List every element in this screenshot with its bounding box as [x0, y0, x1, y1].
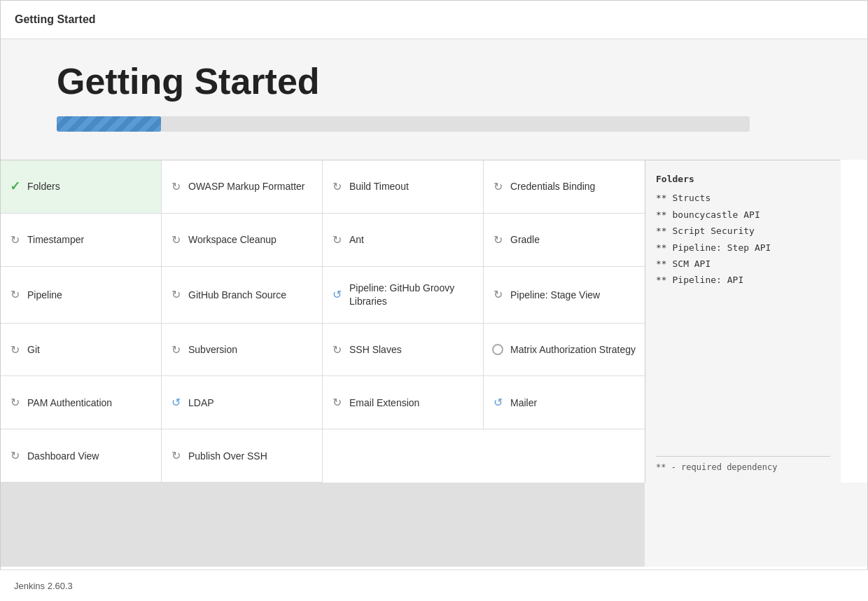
plugin-cell[interactable]: ↻SSH Slaves — [323, 324, 484, 377]
below-info-panel — [645, 483, 867, 567]
plugin-cell[interactable]: ↻Pipeline — [1, 267, 162, 324]
plugin-cell[interactable]: ↻Timestamper — [1, 214, 162, 267]
plugin-name: PAM Authentication — [27, 396, 112, 409]
plugin-cell[interactable]: ↺LDAP — [162, 376, 323, 429]
plugin-cell[interactable]: ↻GitHub Branch Source — [162, 267, 323, 324]
plugin-cell[interactable]: ↻Build Timeout — [323, 160, 484, 214]
spinner-icon: ↺ — [330, 288, 344, 302]
plugin-name: OWASP Markup Formatter — [188, 180, 304, 193]
dependency-item: ** Pipeline: API — [656, 272, 830, 288]
plugins-section: ✓Folders↻OWASP Markup Formatter↻Build Ti… — [1, 160, 841, 483]
refresh-icon: ↻ — [8, 233, 22, 247]
refresh-icon: ↻ — [8, 449, 22, 463]
info-panel: Folders ** Structs** bouncycastle API** … — [645, 160, 841, 483]
refresh-icon: ↻ — [330, 179, 344, 193]
plugin-name: Subversion — [188, 343, 237, 356]
plugin-cell[interactable]: ↻Dashboard View — [1, 429, 162, 483]
plugin-cell[interactable]: ↻Git — [1, 324, 162, 377]
plugin-name: Matrix Authorization Strategy — [510, 343, 636, 356]
refresh-icon: ↻ — [491, 233, 505, 247]
info-panel-title: Folders — [656, 171, 830, 187]
plugin-name: LDAP — [188, 396, 214, 409]
spinner-icon: ↺ — [169, 396, 183, 410]
refresh-icon: ↻ — [8, 396, 22, 410]
dependency-item: ** bouncycastle API — [656, 207, 830, 223]
progress-bar-fill — [57, 116, 161, 132]
plugin-name: Email Extension — [349, 396, 419, 409]
page-title: Getting Started — [57, 60, 320, 102]
check-icon: ✓ — [8, 179, 22, 193]
info-panel-content: Folders ** Structs** bouncycastle API** … — [656, 171, 830, 289]
refresh-icon: ↻ — [8, 288, 22, 302]
spinner-icon: ↺ — [491, 396, 505, 410]
dependency-item: ** Pipeline: Step API — [656, 240, 830, 256]
plugin-cell[interactable]: ✓Folders — [1, 160, 162, 214]
plugin-name: Timestamper — [27, 233, 84, 246]
plugin-cell[interactable]: ↺Pipeline: GitHub Groovy Libraries — [323, 267, 484, 324]
plugin-name: Pipeline — [27, 289, 62, 301]
refresh-icon: ↻ — [8, 343, 22, 357]
below-grid-gray — [1, 483, 645, 567]
plugin-name: Folders — [27, 180, 60, 193]
main-content: Getting Started — [1, 39, 867, 160]
plugin-name: Credentials Binding — [510, 180, 595, 193]
plugin-name: GitHub Branch Source — [188, 289, 286, 301]
plugin-cell[interactable]: ↻Publish Over SSH — [162, 429, 323, 483]
refresh-icon: ↻ — [169, 233, 183, 247]
dependency-item: ** Structs — [656, 190, 830, 206]
plugin-name: Build Timeout — [349, 180, 409, 193]
plugin-name: Pipeline: GitHub Groovy Libraries — [349, 282, 476, 307]
plugin-cell[interactable]: ↻Gradle — [484, 214, 645, 267]
plugin-name: Mailer — [510, 396, 537, 409]
plugin-cell[interactable]: ↻Ant — [323, 214, 484, 267]
plugin-cell[interactable]: ↻OWASP Markup Formatter — [162, 160, 323, 214]
plugin-name: Ant — [349, 233, 364, 246]
plugin-cell[interactable]: ↻PAM Authentication — [1, 376, 162, 429]
info-dependencies: ** Structs** bouncycastle API** Script S… — [656, 190, 830, 288]
dependency-item: ** Script Security — [656, 223, 830, 239]
refresh-icon: ↻ — [169, 343, 183, 357]
refresh-icon: ↻ — [491, 288, 505, 302]
info-panel-footer: ** - required dependency — [656, 456, 830, 472]
plugin-name: SSH Slaves — [349, 343, 402, 356]
plugin-cell[interactable]: ↻Credentials Binding — [484, 160, 645, 214]
dependency-item: ** SCM API — [656, 256, 830, 272]
progress-bar-container — [57, 116, 750, 132]
refresh-icon: ↻ — [169, 449, 183, 463]
plugin-name: Publish Over SSH — [188, 450, 267, 462]
refresh-icon: ↻ — [330, 233, 344, 247]
refresh-icon: ↻ — [330, 396, 344, 410]
plugin-name: Dashboard View — [27, 450, 99, 462]
plugin-name: Gradle — [510, 233, 540, 246]
plugin-name: Git — [27, 343, 40, 356]
plugin-cell[interactable]: Matrix Authorization Strategy — [484, 324, 645, 377]
plugin-cell[interactable]: ↻Email Extension — [323, 376, 484, 429]
window-title: Getting Started — [15, 13, 96, 26]
version-label: Jenkins 2.60.3 — [14, 581, 73, 591]
title-bar: Getting Started — [1, 1, 867, 39]
below-section — [1, 483, 867, 567]
plugin-cell[interactable]: ↺Mailer — [484, 376, 645, 429]
plugin-cell[interactable]: ↻Subversion — [162, 324, 323, 377]
plugin-cell[interactable]: ↻Workspace Cleanup — [162, 214, 323, 267]
footer: Jenkins 2.60.3 — [0, 569, 868, 601]
plugin-name: Pipeline: Stage View — [510, 289, 600, 301]
refresh-icon: ↻ — [169, 288, 183, 302]
plugin-name: Workspace Cleanup — [188, 233, 276, 246]
refresh-icon: ↻ — [330, 343, 344, 357]
refresh-icon: ↻ — [169, 179, 183, 193]
plugins-grid: ✓Folders↻OWASP Markup Formatter↻Build Ti… — [1, 160, 645, 483]
refresh-icon: ↻ — [491, 179, 505, 193]
plugin-cell[interactable]: ↻Pipeline: Stage View — [484, 267, 645, 324]
circle-icon — [491, 343, 505, 357]
